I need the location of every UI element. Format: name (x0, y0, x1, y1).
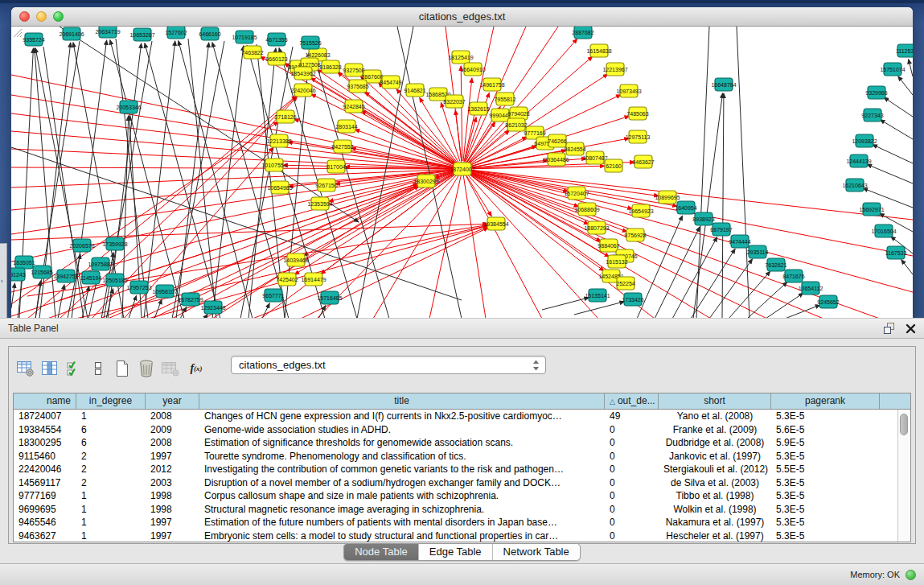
network-window[interactable]: citations_edges.txt 18724007183002951938… (11, 7, 913, 318)
column-header-in_degree[interactable]: in_degree (76, 393, 146, 409)
graph-node-8938923[interactable]: 8938923 (692, 212, 714, 225)
graph-node-7515526[interactable]: 7515526 (299, 36, 321, 49)
table-row[interactable]: 946554611997Estimation of the future num… (14, 516, 910, 529)
table-row[interactable]: 1830029562008Estimation of significance … (14, 436, 910, 450)
graph-node-1112539[interactable]: 1112539 (896, 44, 913, 57)
graph-node-8322037[interactable]: 8322037 (443, 95, 465, 108)
graph-node-12975113[interactable]: 12975113 (626, 130, 651, 143)
graph-node-9657771[interactable]: 9657771 (262, 289, 284, 302)
tab-network-table[interactable]: Network Table (492, 544, 580, 560)
graph-node-9375685[interactable]: 9375685 (347, 80, 368, 93)
graph-node-9329966[interactable]: 9329966 (865, 86, 887, 99)
collapsed-control-panel-handle[interactable]: › (0, 243, 7, 320)
graph-node-1640954[interactable]: 1640954 (675, 201, 696, 214)
graph-node-15751074[interactable]: 15751074 (880, 63, 905, 76)
delete-table-button[interactable] (134, 355, 158, 382)
table-row[interactable]: 2242004622012Investigating the contribut… (14, 463, 910, 476)
float-panel-icon[interactable] (883, 322, 896, 335)
graph-node-8186328[interactable]: 8186328 (319, 60, 341, 73)
new-table-button[interactable] (110, 355, 134, 382)
graph-node-9355724[interactable]: 9355724 (23, 33, 44, 46)
graph-node-9756928[interactable]: 9756928 (624, 229, 646, 241)
network-window-titlebar[interactable]: citations_edges.txt (11, 7, 913, 27)
graph-node-12213967[interactable]: 12213967 (602, 63, 627, 76)
table-selector-dropdown[interactable]: citations_edges.txt (231, 356, 546, 374)
network-canvas[interactable]: 1872400718300295193845547463822966012389… (11, 27, 913, 318)
graph-node-12923448[interactable]: 12923448 (200, 301, 225, 314)
graph-node-18300295[interactable]: 18300295 (413, 175, 438, 187)
graph-node-4671355[interactable]: 4671355 (265, 33, 287, 46)
function-builder-button[interactable]: f(x) (183, 355, 210, 382)
delete-column-button[interactable] (158, 355, 183, 382)
graph-node-9227343[interactable]: 9227343 (861, 109, 883, 122)
graph-node-7463822[interactable]: 7463822 (241, 46, 263, 59)
graph-node-9463627[interactable]: 9463627 (632, 155, 654, 168)
graph-node-1145194[interactable]: 1145194 (80, 271, 102, 284)
graph-node-9146821[interactable]: 9146821 (404, 84, 425, 97)
graph-node-62160[interactable]: 62160 (605, 159, 622, 172)
graph-node-18543962[interactable]: 18543962 (290, 67, 315, 80)
graph-node-10653267[interactable]: 10653267 (129, 28, 154, 41)
graph-node-10807487[interactable]: 10807487 (582, 151, 607, 164)
graph-node-8471676[interactable]: 8471676 (782, 270, 804, 282)
graph-node-7632621[interactable]: 7632621 (765, 258, 786, 271)
graph-node-18807293[interactable]: 18807293 (584, 221, 609, 234)
graph-node-252254[interactable]: 252254 (616, 277, 634, 290)
graph-node-2887682[interactable]: 2887682 (572, 27, 593, 39)
graph-node-10719185[interactable]: 10719185 (232, 31, 257, 43)
table-row[interactable]: 1872400712008Changes of HCN gene express… (14, 410, 910, 423)
graph-node-15720407[interactable]: 15720407 (564, 187, 589, 200)
graph-node-1615132[interactable]: 1615132 (606, 255, 627, 268)
graph-node-16210643[interactable]: 16210643 (842, 179, 867, 192)
graph-node-9660123[interactable]: 9660123 (265, 52, 287, 65)
graph-node-12093822[interactable]: 12093822 (852, 134, 877, 147)
graph-node-17359928[interactable]: 17359928 (102, 237, 127, 250)
table-row[interactable]: 977716911998Corpus callosum shape and si… (14, 489, 910, 503)
graph-node-1167533[interactable]: 1167533 (885, 246, 907, 259)
scrollbar-thumb[interactable] (900, 414, 908, 435)
graph-node-8454749[interactable]: 8454749 (380, 76, 401, 89)
graph-node-19654923[interactable]: 19654923 (628, 204, 653, 217)
memory-status-indicator[interactable] (906, 570, 916, 580)
graph-node-20206576[interactable]: 20206576 (69, 239, 94, 252)
graph-node-20364486[interactable]: 20364486 (544, 153, 569, 166)
graph-node-14961758[interactable]: 14961758 (479, 78, 504, 91)
graph-node-10899695[interactable]: 10899695 (655, 191, 680, 204)
graph-node-18724007[interactable]: 18724007 (450, 163, 474, 175)
graph-node-9474444[interactable]: 9474444 (729, 235, 750, 248)
zoom-window-button[interactable] (53, 11, 64, 22)
graph-node-18125419[interactable]: 18125419 (448, 51, 473, 64)
graph-node-9267150[interactable]: 9267150 (315, 179, 337, 192)
graph-node-10958107[interactable]: 10958107 (152, 285, 177, 298)
graph-node-6466160[interactable]: 6466160 (199, 27, 220, 40)
graph-node-16914479[interactable]: 16914479 (301, 273, 326, 286)
table-row[interactable]: 946362711997Embryonic stem cells: a mode… (14, 529, 910, 543)
graph-node-1733426[interactable]: 1733426 (622, 293, 643, 306)
tab-node-table[interactable]: Node Table (344, 544, 418, 560)
graph-node-391243[interactable]: 391243 (11, 268, 26, 281)
graph-node-16782759[interactable]: 16782759 (178, 293, 203, 306)
graph-node-9242845[interactable]: 9242845 (343, 100, 364, 113)
close-window-button[interactable] (19, 11, 30, 22)
graph-node-17016504[interactable]: 17016504 (871, 225, 896, 237)
graph-node-1835051[interactable]: 1835051 (13, 256, 35, 269)
minimize-window-button[interactable] (36, 11, 47, 22)
clear-selection-button[interactable] (86, 355, 110, 382)
graph-node-19384554[interactable]: 19384554 (483, 217, 508, 230)
graph-node-2718126[interactable]: 2718126 (274, 110, 296, 123)
table-row[interactable]: 1938455462009Genome-wide association stu… (14, 423, 910, 437)
graph-node-1362615[interactable]: 1362615 (467, 102, 489, 115)
graph-node-1527602[interactable]: 1527602 (165, 27, 187, 39)
column-header-out_degree[interactable]: △out_de... (605, 393, 659, 409)
graph-node-14039468[interactable]: 14039468 (283, 253, 308, 266)
resize-grip-icon[interactable] (11, 27, 23, 38)
graph-node-17957253[interactable]: 17957253 (126, 281, 151, 294)
graph-node-20691406[interactable]: 20691406 (59, 27, 84, 40)
graph-node-9245652[interactable]: 9245652 (817, 295, 839, 308)
column-header-short[interactable]: short (659, 393, 771, 409)
graph-node-15135141[interactable]: 15135141 (585, 289, 610, 302)
select-all-button[interactable] (62, 355, 86, 382)
graph-node-10973493[interactable]: 10973493 (616, 84, 641, 97)
column-header-year[interactable]: year (146, 393, 199, 409)
graph-node-7955812[interactable]: 7955812 (494, 93, 515, 105)
